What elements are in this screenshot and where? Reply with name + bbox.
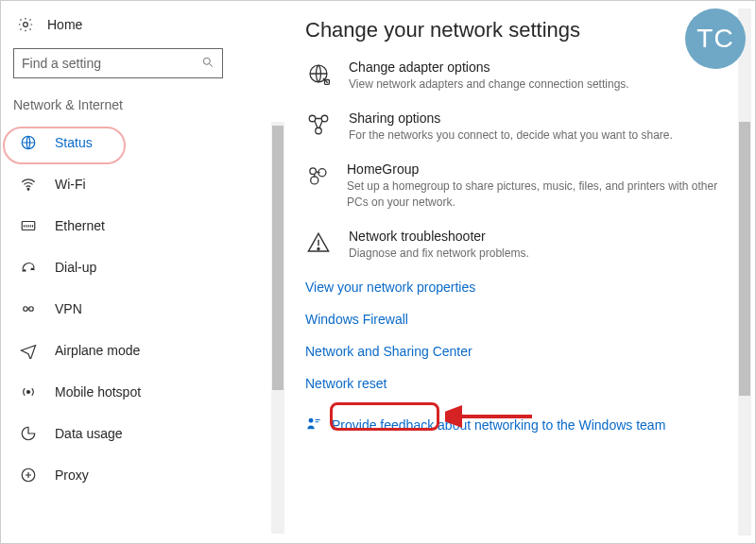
option-desc: View network adapters and change connect…	[349, 76, 629, 92]
sidebar-item-dial-up[interactable]: Dial-up	[4, 246, 269, 288]
option-desc: Diagnose and fix network problems.	[349, 246, 529, 261]
dialup-icon	[19, 258, 38, 277]
sidebar-item-label: Wi-Fi	[55, 177, 86, 192]
feedback-label: Provide feedback about networking to the…	[332, 417, 665, 433]
link-windows-firewall[interactable]: Windows Firewall	[305, 312, 727, 327]
sidebar-item-vpn[interactable]: VPN	[4, 288, 269, 330]
svg-point-1	[203, 58, 210, 64]
sidebar-item-airplane-mode[interactable]: Airplane mode	[4, 330, 269, 371]
sidebar-item-label: VPN	[55, 301, 82, 316]
svg-point-8	[27, 391, 30, 394]
hotspot-icon	[19, 382, 38, 401]
option-title: Change adapter options	[349, 60, 629, 75]
sidebar-item-label: Mobile hotspot	[55, 384, 141, 400]
sidebar-scrollbar-thumb[interactable]	[272, 126, 284, 390]
proxy-icon	[19, 466, 38, 484]
option-sharing-options[interactable]: Sharing optionsFor the networks you conn…	[305, 110, 727, 143]
option-title: Sharing options	[349, 110, 673, 126]
sidebar-item-data-usage[interactable]: Data usage	[4, 413, 269, 454]
airplane-icon	[19, 341, 38, 360]
main-scrollbar-thumb[interactable]	[739, 122, 750, 396]
sidebar-item-label: Data usage	[55, 426, 123, 441]
option-homegroup[interactable]: HomeGroupSet up a homegroup to share pic…	[305, 162, 727, 209]
status-icon	[19, 133, 38, 152]
svg-point-19	[318, 247, 319, 249]
sidebar-scrollbar[interactable]	[271, 122, 284, 534]
datausage-icon	[19, 424, 38, 443]
watermark-badge: TC	[685, 8, 746, 69]
section-label: Network & Internet	[4, 88, 284, 122]
svg-point-13	[321, 115, 328, 122]
svg-point-15	[310, 168, 317, 175]
search-icon	[201, 56, 215, 72]
option-title: HomeGroup	[347, 162, 727, 177]
sidebar-item-label: Ethernet	[55, 218, 105, 233]
link-network-reset[interactable]: Network reset	[305, 376, 727, 391]
home-label: Home	[47, 17, 82, 32]
sidebar-item-label: Proxy	[55, 468, 89, 483]
feedback-link[interactable]: Provide feedback about networking to the…	[305, 416, 727, 435]
svg-point-17	[311, 177, 318, 184]
sidebar-item-label: Status	[55, 135, 93, 150]
main-scrollbar[interactable]	[738, 8, 751, 536]
link-view-properties[interactable]: View your network properties	[305, 280, 727, 295]
svg-point-12	[309, 115, 316, 122]
svg-point-14	[316, 128, 322, 134]
home-button[interactable]: Home	[4, 10, 284, 39]
option-change-adapter-options[interactable]: Change adapter optionsView network adapt…	[305, 60, 727, 92]
option-network-troubleshooter[interactable]: Network troubleshooterDiagnose and fix n…	[305, 229, 727, 261]
sharing-icon	[305, 112, 332, 139]
sidebar-item-mobile-hotspot[interactable]: Mobile hotspot	[4, 371, 269, 413]
sidebar-item-ethernet[interactable]: Ethernet	[4, 205, 269, 246]
homegroup-icon	[305, 163, 330, 190]
sidebar-item-wi-fi[interactable]: Wi-Fi	[4, 163, 269, 205]
svg-point-20	[309, 418, 314, 423]
nav: StatusWi-FiEthernetDial-upVPNAirplane mo…	[4, 122, 284, 534]
svg-line-2	[210, 63, 213, 66]
svg-point-7	[29, 307, 34, 312]
sidebar-item-status[interactable]: Status	[4, 122, 269, 163]
wifi-icon	[19, 175, 38, 194]
option-desc: Set up a homegroup to share pictures, mu…	[347, 178, 727, 209]
sidebar: Home Network & Internet StatusWi-FiEther…	[1, 1, 284, 543]
sidebar-item-label: Airplane mode	[55, 343, 140, 358]
search-input-wrap[interactable]	[13, 48, 223, 78]
option-desc: For the networks you connect to, decide …	[349, 128, 673, 143]
link-network-sharing-center[interactable]: Network and Sharing Center	[305, 344, 727, 359]
sidebar-item-label: Dial-up	[55, 260, 96, 275]
svg-point-0	[24, 23, 28, 27]
svg-point-4	[27, 188, 29, 190]
feedback-icon	[305, 416, 322, 435]
svg-point-6	[24, 307, 28, 312]
adapter-icon	[305, 61, 332, 88]
vpn-icon	[19, 299, 38, 318]
main-content: Change your network settings Change adap…	[284, 1, 755, 543]
sidebar-item-proxy[interactable]: Proxy	[4, 454, 269, 496]
gear-icon	[17, 16, 34, 33]
option-title: Network troubleshooter	[349, 229, 529, 244]
search-input[interactable]	[22, 56, 201, 71]
page-title: Change your network settings	[305, 18, 727, 42]
ethernet-icon	[19, 216, 38, 235]
troubleshoot-icon	[305, 230, 332, 257]
